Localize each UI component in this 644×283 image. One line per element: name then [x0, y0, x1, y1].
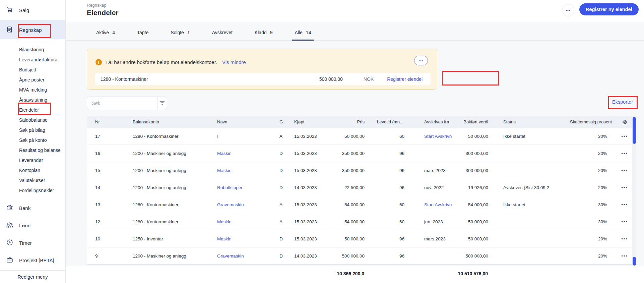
- sidebar-item-rsavslutning[interactable]: Årsavslutning: [19, 95, 65, 105]
- table-row[interactable]: 161200 - Maskiner og anleggMaskinD15.03.…: [87, 145, 632, 162]
- header-more-button[interactable]: •••: [562, 4, 574, 16]
- table-row[interactable]: 171280 - KontormaskinerIA15.03.202350 00…: [87, 127, 632, 145]
- vertical-scrollbar-thumb[interactable]: [633, 117, 636, 144]
- sidebar-item-salg[interactable]: Salg: [0, 0, 65, 20]
- account-amount: 500 000,00: [319, 76, 343, 82]
- tab-tapte[interactable]: Tapte: [137, 30, 148, 40]
- asset-name-link[interactable]: Maskin: [217, 151, 232, 156]
- table-row[interactable]: 151200 - Maskiner og anleggMaskinD15.03.…: [87, 162, 632, 179]
- table-row[interactable]: 141200 - Maskiner og anleggRobotklipperD…: [87, 179, 632, 196]
- row-menu-button[interactable]: •••: [621, 168, 628, 173]
- sidebar-item-prosjekt[interactable]: Prosjekt [BETA]: [0, 251, 65, 269]
- avskrives-date: nov. 2022: [424, 185, 444, 190]
- sidebar-item-resultat-og-balanse[interactable]: Resultat og balanse: [19, 145, 65, 155]
- totals-row: 10 866 200,0 10 510 576,00: [87, 271, 632, 276]
- column-header-g[interactable]: G.: [268, 119, 292, 124]
- sidebar-item-regnskap[interactable]: Regnskap: [0, 20, 65, 39]
- scrollbar-bottom-segment[interactable]: [633, 257, 636, 266]
- row-actions: •••: [617, 134, 633, 139]
- cell-pris: 500 000,00: [332, 253, 370, 259]
- page-title: Eiendeler: [87, 9, 119, 17]
- asset-name-link[interactable]: Maskin: [217, 219, 232, 224]
- start-avskrivning-link[interactable]: Start Avskrivn: [424, 134, 452, 139]
- cell-navn: Robotklipper: [208, 185, 268, 190]
- column-header-avskrives-fra[interactable]: Avskrives fra: [417, 119, 457, 124]
- row-menu-button[interactable]: •••: [621, 253, 628, 259]
- banner-more-button[interactable]: •••: [414, 56, 428, 65]
- cell-nr: 15: [87, 168, 124, 173]
- table-settings-button[interactable]: [617, 119, 633, 125]
- show-less-link[interactable]: Vis mindre: [222, 59, 246, 65]
- sidebar-item-s-k-p-bilag[interactable]: Søk på bilag: [19, 125, 65, 135]
- cell-kjopt: 15.03.2023: [292, 202, 332, 207]
- tab-solgte[interactable]: Solgte1: [171, 30, 190, 40]
- export-link[interactable]: Eksporter: [612, 99, 633, 105]
- column-header-skattemessig-prosent[interactable]: Skattemessig prosent: [555, 119, 617, 124]
- sidebar-item-s-k-p-konto[interactable]: Søk på konto: [19, 135, 65, 145]
- sidebar-item-saldobalanse[interactable]: Saldobalanse: [19, 115, 65, 125]
- asset-name-link[interactable]: Gravemaskin: [217, 253, 244, 259]
- sidebar-item-eiendeler[interactable]: Eiendeler: [19, 105, 65, 115]
- sidebar-item-leverand-r[interactable]: Leverandør: [19, 155, 65, 165]
- table-row[interactable]: 91200 - Maskiner og anleggGravemaskinD14…: [87, 247, 632, 264]
- sidebar-item-pne-poster[interactable]: Åpne poster: [19, 75, 65, 85]
- column-header-levetid-mn[interactable]: Levetid (mn...: [370, 119, 417, 124]
- sidebar-item-timer[interactable]: Timer: [0, 234, 65, 251]
- asset-name-link[interactable]: Gravemaskin: [217, 202, 244, 207]
- sidebar-item-kontoplan[interactable]: Kontoplan: [19, 165, 65, 175]
- row-menu-button[interactable]: •••: [621, 185, 628, 190]
- account-label: 1280 - Kontormaskiner: [101, 76, 148, 82]
- table-row[interactable]: 121280 - KontormaskinerMaskinA15.03.2023…: [87, 213, 632, 230]
- sidebar-item-valutakurser[interactable]: Valutakurser: [19, 175, 65, 185]
- row-menu-button[interactable]: •••: [621, 236, 628, 241]
- sidebar-item-leverand-rfaktura[interactable]: Leverandørfaktura: [19, 55, 65, 65]
- tab-kladd[interactable]: Kladd9: [255, 30, 273, 40]
- tab-aktive[interactable]: Aktive4: [96, 30, 115, 40]
- tab-label: Solgte: [171, 30, 184, 35]
- column-header-status[interactable]: Status: [493, 119, 555, 124]
- sidebar-item-mva-melding[interactable]: MVA-melding: [19, 85, 65, 95]
- column-header-pris[interactable]: Pris: [332, 119, 370, 124]
- register-asset-link[interactable]: Registrer eiendel: [384, 76, 426, 82]
- column-header-navn[interactable]: Navn: [208, 119, 268, 124]
- column-header-balansekonto[interactable]: Balansekonto: [124, 119, 208, 124]
- asset-name-link[interactable]: Maskin: [217, 236, 232, 241]
- row-menu-button[interactable]: •••: [621, 134, 628, 139]
- cell-skattemessig-prosent: 30%: [555, 202, 617, 207]
- cell-g: A: [268, 219, 292, 224]
- start-avskrivning-link[interactable]: Start Avskrivn: [424, 202, 452, 207]
- cell-levetid: 96: [370, 168, 417, 173]
- register-new-asset-button[interactable]: Registrer ny eiendel: [579, 3, 639, 15]
- asset-name-link[interactable]: Robotklipper: [217, 185, 243, 190]
- row-menu-button[interactable]: •••: [621, 219, 628, 224]
- sidebar-item-fordelingsn-kler[interactable]: Fordelingsnøkler: [19, 185, 65, 195]
- column-header-bokf-rt-verdi[interactable]: Bokført verdi: [457, 119, 493, 124]
- tab-avskrevet[interactable]: Avskrevet: [212, 30, 233, 40]
- cell-navn: I: [208, 134, 268, 139]
- cell-skattemessig-prosent: 20%: [555, 151, 617, 156]
- column-header-kj-pt[interactable]: Kjøpt: [292, 119, 332, 124]
- sidebar-item-budsjett[interactable]: Budsjett: [19, 65, 65, 75]
- tab-label: Kladd: [255, 30, 267, 35]
- row-menu-button[interactable]: •••: [621, 151, 628, 156]
- tab-alle[interactable]: Alle14: [295, 30, 311, 40]
- row-menu-button[interactable]: •••: [621, 202, 628, 207]
- row-actions: •••: [617, 253, 633, 259]
- cell-kjopt: 15.03.2023: [292, 151, 332, 156]
- asset-name-link[interactable]: I: [217, 134, 218, 139]
- table-row[interactable]: 131280 - KontormaskinerGravemaskinA15.03…: [87, 196, 632, 213]
- asset-name-link[interactable]: Maskin: [217, 168, 232, 173]
- edit-menu-button[interactable]: Rediger meny: [0, 270, 65, 283]
- sidebar-item-bank[interactable]: Bank: [0, 199, 65, 217]
- people-icon: [6, 221, 13, 230]
- column-header-nr[interactable]: Nr.: [87, 119, 124, 124]
- ellipsis-icon: •••: [418, 59, 424, 63]
- sidebar-item-bilagsf-ring[interactable]: Bilagsføring: [19, 45, 65, 55]
- table-row[interactable]: 101250 - InventarMaskinD15.03.202350 000…: [87, 230, 632, 247]
- sidebar-item-lonn[interactable]: Lønn: [0, 217, 65, 234]
- filter-button[interactable]: [157, 97, 167, 110]
- cell-g: D: [268, 168, 292, 173]
- clock-icon: [6, 239, 13, 247]
- table-footer: 10 866 200,0 10 510 576,00: [66, 266, 644, 283]
- search-input[interactable]: [87, 97, 157, 110]
